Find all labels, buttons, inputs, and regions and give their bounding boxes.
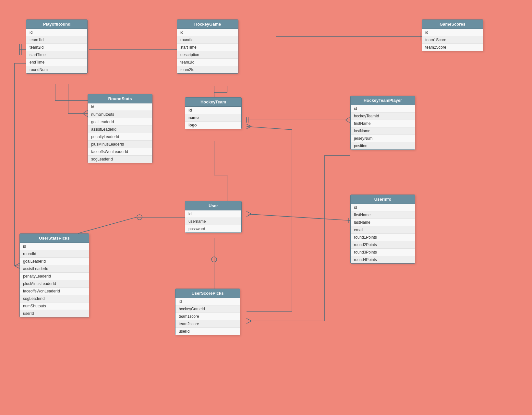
field-row: sogLeaderId: [20, 295, 89, 302]
svg-line-14: [345, 117, 350, 120]
field-row: id: [185, 107, 241, 114]
entity-userscorepicks-header: UserScorePicks: [175, 289, 240, 298]
svg-line-28: [247, 126, 251, 129]
entity-hockeyteamplayer: HockeyTeamPlayer id hockeyTeamId firstNa…: [350, 96, 415, 150]
svg-point-24: [212, 257, 217, 262]
field-row: goalLeaderId: [20, 258, 89, 265]
field-row: id: [175, 298, 240, 305]
field-row: startTime: [177, 44, 238, 51]
field-row: id: [185, 210, 241, 218]
field-row: team2Score: [422, 44, 483, 51]
field-row: team1score: [175, 313, 240, 320]
field-row: firstName: [351, 211, 415, 219]
entity-hockeygame-header: HockeyGame: [177, 20, 238, 29]
entity-hockeyteamplayer-header: HockeyTeamPlayer: [351, 96, 415, 105]
entity-gamescores-header: GameScores: [422, 20, 483, 29]
field-row: userId: [20, 310, 89, 317]
field-row: round3Points: [351, 249, 415, 256]
field-row: sogLeaderId: [88, 156, 152, 163]
field-row: id: [422, 29, 483, 36]
field-row: id: [351, 105, 415, 113]
field-row: name: [185, 114, 241, 122]
entity-playoffround: PlayoffRound id team1Id team2Id startTim…: [26, 19, 88, 74]
field-row: round1Points: [351, 234, 415, 241]
field-row: lastName: [351, 219, 415, 226]
field-row: position: [351, 142, 415, 149]
entity-roundstats: RoundStats id numShutouts goalLeaderId a…: [88, 94, 152, 163]
entity-userinfo: UserInfo id firstName lastName email rou…: [350, 195, 415, 264]
field-row: numShutouts: [88, 111, 152, 118]
entity-hockeygame: HockeyGame id roundId startTime descript…: [177, 19, 238, 74]
field-row: endTime: [26, 59, 87, 66]
field-row: goalLeaderId: [88, 118, 152, 126]
field-row: penaltyLeaderId: [20, 273, 89, 280]
field-row: password: [185, 225, 241, 232]
field-row: penaltyLeaderId: [88, 133, 152, 141]
field-row: plusMinusLeaderId: [20, 280, 89, 288]
entity-roundstats-header: RoundStats: [88, 94, 152, 103]
svg-line-32: [247, 321, 251, 324]
field-row: faceoffsWonLeaderId: [20, 288, 89, 295]
svg-line-7: [83, 110, 88, 113]
entity-userinfo-header: UserInfo: [351, 195, 415, 204]
entity-playoffround-header: PlayoffRound: [26, 20, 87, 29]
field-row: lastName: [351, 127, 415, 135]
entity-userstatspicks-header: UserStatsPicks: [20, 234, 89, 243]
field-row: assistLeaderId: [88, 126, 152, 133]
field-row: id: [177, 29, 238, 36]
svg-line-20: [247, 214, 251, 217]
field-row: roundNum: [26, 66, 87, 73]
field-row: logo: [185, 122, 241, 129]
field-row: startTime: [26, 51, 87, 59]
svg-line-29: [15, 263, 19, 266]
field-row: assistLeaderId: [20, 265, 89, 273]
field-row: description: [177, 51, 238, 59]
field-row: team1Id: [26, 36, 87, 44]
diagram-container: PlayoffRound id team1Id team2Id startTim…: [0, 0, 532, 415]
svg-line-16: [247, 214, 350, 220]
field-row: plusMinusLeaderId: [88, 141, 152, 148]
field-row: team1Score: [422, 36, 483, 44]
field-row: id: [20, 243, 89, 250]
field-row: id: [26, 29, 87, 36]
field-row: faceoffsWonLeaderId: [88, 148, 152, 156]
field-row: userId: [175, 328, 240, 335]
entity-user: User id username password: [185, 201, 242, 233]
field-row: username: [185, 218, 241, 225]
field-row: round2Points: [351, 241, 415, 249]
field-row: firstName: [351, 120, 415, 127]
entity-gamescores: GameScores id team1Score team2Score: [422, 19, 483, 51]
field-row: roundId: [20, 250, 89, 258]
entity-user-header: User: [185, 201, 241, 210]
svg-line-8: [83, 113, 88, 117]
svg-line-27: [247, 124, 251, 126]
entity-hockeyteam-header: HockeyTeam: [185, 98, 241, 107]
field-row: team2Id: [26, 44, 87, 51]
field-row: id: [88, 103, 152, 111]
svg-line-15: [345, 120, 350, 123]
field-row: jerseyNum: [351, 135, 415, 142]
field-row: team2Id: [177, 66, 238, 73]
entity-userstatspicks: UserStatsPicks id roundId goalLeaderId a…: [19, 233, 89, 317]
entity-userscorepicks: UserScorePicks id hockeyGameId team1scor…: [175, 289, 240, 335]
field-row: numShutouts: [20, 302, 89, 310]
field-row: id: [351, 204, 415, 211]
svg-line-31: [247, 318, 251, 321]
field-row: team2score: [175, 320, 240, 328]
svg-line-19: [247, 211, 251, 214]
svg-point-21: [137, 215, 142, 220]
field-row: hockeyTeamId: [351, 113, 415, 120]
field-row: roundId: [177, 36, 238, 44]
field-row: email: [351, 226, 415, 234]
entity-hockeyteam: HockeyTeam id name logo: [185, 97, 242, 129]
field-row: team1Id: [177, 59, 238, 66]
svg-line-30: [15, 266, 19, 268]
field-row: round4Points: [351, 256, 415, 263]
field-row: hockeyGameId: [175, 305, 240, 313]
